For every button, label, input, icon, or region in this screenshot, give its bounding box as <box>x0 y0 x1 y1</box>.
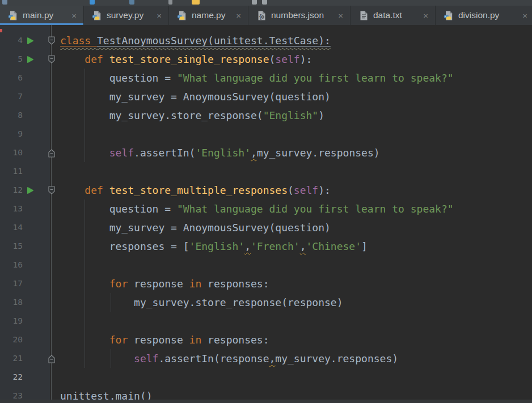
tab-label: numbers.json <box>271 10 324 20</box>
code-line[interactable] <box>0 125 532 143</box>
code-token: question = <box>60 72 177 84</box>
code-token <box>60 353 134 364</box>
close-icon[interactable]: × <box>518 11 527 20</box>
toolbar-icon-fragment <box>2 0 7 5</box>
code-line-text: def test_store_single_response(self): <box>60 53 312 65</box>
toolbar-clipped <box>0 0 532 6</box>
code-line[interactable]: question = "What language did you first … <box>0 200 532 218</box>
code-token: "What language did you first learn to sp… <box>177 72 454 84</box>
code-line[interactable]: my_survey = AnoymousSurvey(question) <box>0 218 532 237</box>
code-line-text: self.assertIn(response,my_survey.respons… <box>60 353 398 364</box>
close-icon[interactable]: × <box>67 11 77 20</box>
code-line[interactable]: my_survey.store_response("English") <box>0 106 532 125</box>
code-line[interactable]: for response in responses: <box>0 274 532 293</box>
code-line-text: my_survey.store_response("English") <box>60 109 324 121</box>
code-token: def <box>85 53 109 65</box>
toolbar-icon-fragment <box>129 0 134 5</box>
toolbar-icon-fragment <box>252 0 257 5</box>
tab-division-py[interactable]: division.py× <box>436 6 532 25</box>
code-line[interactable] <box>0 256 532 274</box>
code-token: my_survey.responses) <box>275 353 398 364</box>
code-token: def <box>85 184 109 196</box>
code-line[interactable]: question = "What language did you first … <box>0 69 532 87</box>
code-token: my_survey.responses) <box>257 147 380 159</box>
ide-window: main.py×survey.py×name.py×{numbers.json×… <box>0 0 532 403</box>
code-token: my_survey = AnoymousSurvey(question) <box>60 91 331 103</box>
code-line-text: for response in responses: <box>60 278 269 290</box>
code-token: class <box>60 35 97 46</box>
fold-start-icon[interactable] <box>47 36 56 46</box>
python-file-icon <box>444 10 454 21</box>
code-token: responses = [ <box>60 240 189 252</box>
code-line[interactable]: def test_store_single_response(self): <box>0 50 532 69</box>
code-token: test_store_single_response <box>109 53 269 65</box>
tab-data-txt[interactable]: data.txt× <box>351 6 436 25</box>
python-file-icon <box>177 10 188 21</box>
code-line[interactable] <box>0 312 532 330</box>
code-token <box>60 278 109 290</box>
fold-start-icon[interactable] <box>47 185 56 196</box>
close-icon[interactable]: × <box>231 11 241 20</box>
code-token: ( <box>288 184 294 196</box>
close-icon[interactable]: × <box>152 11 162 20</box>
fold-end-icon[interactable] <box>47 354 56 364</box>
code-token: for <box>109 334 128 346</box>
code-token: responses: <box>201 334 269 346</box>
code-token <box>60 147 109 159</box>
code-line-text: def test_store_multiple_responses(self): <box>60 184 331 196</box>
code-token: response <box>128 278 189 290</box>
toolbar-icon-fragment <box>192 0 200 5</box>
code-line[interactable]: self.assertIn(response,my_survey.respons… <box>0 349 532 368</box>
code-line-text: responses = ['English','French','Chinese… <box>60 240 368 252</box>
code-token: 'English' <box>195 147 251 159</box>
code-token: in <box>189 334 202 346</box>
json-file-icon: { <box>256 10 267 21</box>
code-token: response <box>128 334 189 346</box>
code-line[interactable]: my_survey = AnoymousSurvey(question) <box>0 87 532 106</box>
typo-wavy-underline: class TestAnoymousSurvey(unittest.TestCa… <box>60 35 331 46</box>
code-line[interactable]: my_survey.store_response(response) <box>0 293 532 312</box>
code-line[interactable]: self.assertIn('English',my_survey.respon… <box>0 143 532 162</box>
code-line[interactable]: def test_store_multiple_responses(self): <box>0 181 532 200</box>
code-token: question = <box>60 203 177 215</box>
fold-end-icon[interactable] <box>47 148 56 158</box>
code-token: my_survey = AnoymousSurvey(question) <box>60 222 331 234</box>
code-area[interactable]: class TestAnoymousSurvey(unittest.TestCa… <box>0 25 532 403</box>
code-token: responses: <box>201 278 269 290</box>
clipped-marker <box>0 29 2 32</box>
code-token: 'Chinese' <box>306 240 362 252</box>
code-token: ) <box>318 109 324 121</box>
fold-start-icon[interactable] <box>47 54 56 65</box>
code-line-text: my_survey = AnoymousSurvey(question) <box>60 91 331 103</box>
code-editor[interactable]: 4567891011121314151617181920212223 class… <box>0 25 532 403</box>
close-icon[interactable]: × <box>419 11 428 20</box>
tab-name-py[interactable]: name.py× <box>169 6 248 25</box>
code-token: 'English' <box>189 240 245 252</box>
tab-label: main.py <box>23 10 53 20</box>
code-token: , <box>300 240 306 252</box>
code-line[interactable]: for response in responses: <box>0 330 532 349</box>
code-line[interactable] <box>0 368 532 387</box>
code-token <box>60 334 109 346</box>
tab-label: name.py <box>192 10 225 20</box>
code-token: ( <box>269 53 275 65</box>
tab-label: data.txt <box>373 10 402 20</box>
tab-survey-py[interactable]: survey.py× <box>84 6 169 25</box>
code-line[interactable] <box>0 162 532 181</box>
code-token: ] <box>361 240 368 252</box>
code-token: for <box>109 278 128 290</box>
code-token: , <box>269 353 275 364</box>
code-token: my_survey.store_response( <box>60 109 263 121</box>
python-file-icon <box>92 10 103 21</box>
code-line[interactable]: responses = ['English','French','Chinese… <box>0 237 532 256</box>
code-token: .assertIn(response <box>158 353 269 364</box>
code-line[interactable]: class TestAnoymousSurvey(unittest.TestCa… <box>0 31 532 50</box>
text-file-icon <box>358 10 369 21</box>
close-icon[interactable]: × <box>333 11 343 20</box>
tab-main-py[interactable]: main.py× <box>0 6 84 25</box>
code-token: my_survey.store_response(response) <box>60 296 343 308</box>
code-token: , <box>244 240 251 252</box>
tab-numbers-json[interactable]: {numbers.json× <box>248 6 351 25</box>
code-token: test_store_multiple_responses <box>109 184 288 196</box>
status-bar-clipped <box>0 400 532 403</box>
